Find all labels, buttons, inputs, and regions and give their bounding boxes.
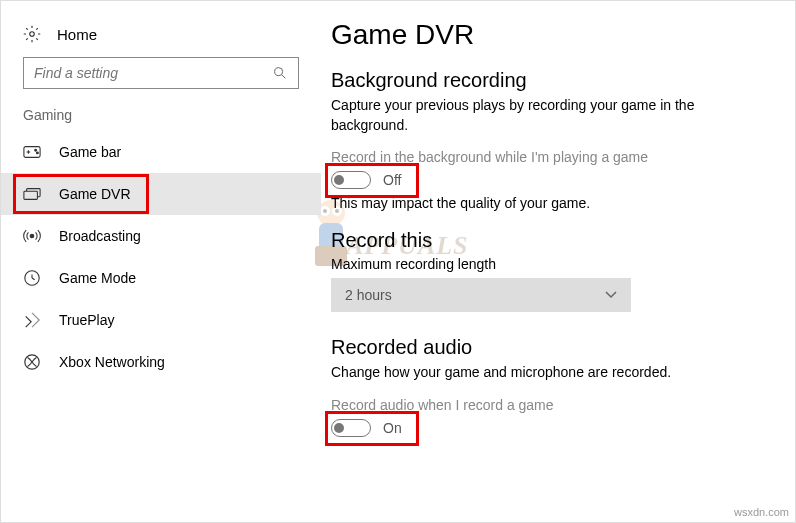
search-input[interactable] <box>23 57 299 89</box>
search-field[interactable] <box>34 65 272 81</box>
record-this-label: Maximum recording length <box>331 256 765 272</box>
sidebar-item-label: TruePlay <box>59 312 115 328</box>
gamebar-icon <box>23 143 41 161</box>
sidebar-section-title: Gaming <box>1 107 321 131</box>
recorded-audio-desc: Change how your game and microphone are … <box>331 363 765 383</box>
toggle-knob <box>334 175 344 185</box>
sidebar-item-label: Broadcasting <box>59 228 141 244</box>
svg-line-13 <box>32 278 35 280</box>
sidebar-item-label: Game DVR <box>59 186 131 202</box>
page-title: Game DVR <box>331 19 765 51</box>
sidebar-item-label: Game Mode <box>59 270 136 286</box>
sidebar-item-game-bar[interactable]: Game bar <box>1 131 321 173</box>
recording-length-dropdown[interactable]: 2 hours <box>331 278 631 312</box>
bg-recording-label: Record in the background while I'm playi… <box>331 149 765 165</box>
gamemode-icon <box>23 269 41 287</box>
bg-recording-toggle-text: Off <box>383 172 401 188</box>
chevron-down-icon <box>605 291 617 299</box>
recorded-audio-toggle[interactable] <box>331 419 371 437</box>
sidebar-item-label: Xbox Networking <box>59 354 165 370</box>
sidebar: Home Gaming Game bar Ga <box>1 1 321 522</box>
svg-point-1 <box>275 68 283 76</box>
broadcast-icon <box>23 227 41 245</box>
svg-point-0 <box>30 32 35 37</box>
svg-point-6 <box>35 149 37 151</box>
sidebar-item-broadcasting[interactable]: Broadcasting <box>1 215 321 257</box>
record-this-heading: Record this <box>331 229 765 252</box>
bg-recording-note: This may impact the quality of your game… <box>331 195 765 211</box>
recorded-audio-toggle-text: On <box>383 420 402 436</box>
xbox-icon <box>23 353 41 371</box>
bg-recording-toggle[interactable] <box>331 171 371 189</box>
svg-point-17 <box>320 206 330 216</box>
sidebar-item-game-dvr[interactable]: Game DVR <box>1 173 321 215</box>
main-panel: APPUALS Game DVR Background recording Ca… <box>321 1 795 522</box>
sidebar-item-game-mode[interactable]: Game Mode <box>1 257 321 299</box>
recorded-audio-heading: Recorded audio <box>331 336 765 359</box>
svg-rect-9 <box>24 191 38 199</box>
sidebar-item-trueplay[interactable]: TruePlay <box>1 299 321 341</box>
recorded-audio-label: Record audio when I record a game <box>331 397 765 413</box>
attribution: wsxdn.com <box>734 506 789 518</box>
dvr-icon <box>23 185 41 203</box>
bg-recording-heading: Background recording <box>331 69 765 92</box>
svg-point-19 <box>323 209 327 213</box>
svg-line-2 <box>282 75 285 78</box>
home-button[interactable]: Home <box>1 19 321 57</box>
dropdown-value: 2 hours <box>345 287 392 303</box>
sidebar-item-xbox-networking[interactable]: Xbox Networking <box>1 341 321 383</box>
gear-icon <box>23 25 41 43</box>
toggle-knob <box>334 423 344 433</box>
sidebar-item-label: Game bar <box>59 144 121 160</box>
bg-recording-desc: Capture your previous plays by recording… <box>331 96 765 135</box>
search-icon <box>272 65 288 81</box>
trueplay-icon <box>23 311 41 329</box>
home-label: Home <box>57 26 97 43</box>
svg-point-7 <box>37 152 39 154</box>
svg-point-10 <box>30 234 34 238</box>
